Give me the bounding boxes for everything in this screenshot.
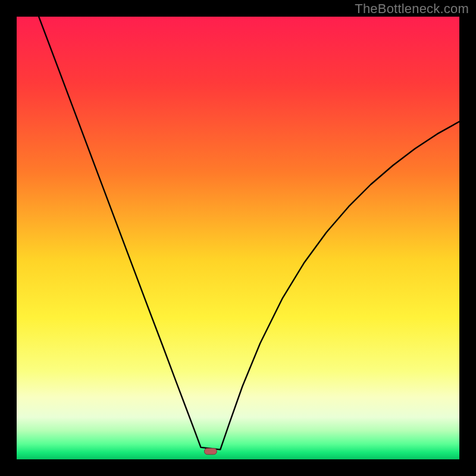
watermark-text: TheBottleneck.com (355, 1, 469, 17)
gradient-background (17, 17, 459, 459)
chart-plot (17, 17, 459, 459)
minimum-marker (204, 448, 217, 454)
outer-frame: TheBottleneck.com (0, 0, 476, 476)
